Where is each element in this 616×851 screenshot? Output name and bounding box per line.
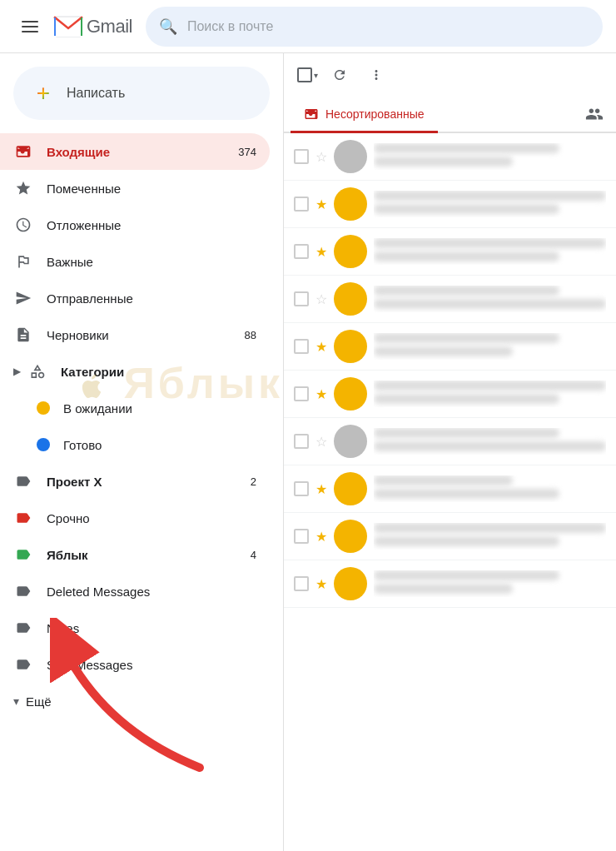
email-preview bbox=[374, 251, 559, 261]
sidebar-item-label: Важные bbox=[47, 255, 256, 269]
email-subject bbox=[374, 286, 559, 296]
sidebar-item-inbox[interactable]: Входящие 374 bbox=[0, 133, 270, 170]
email-subject bbox=[374, 191, 606, 201]
compose-label: Написать bbox=[67, 86, 125, 101]
avatar bbox=[334, 282, 367, 316]
email-item[interactable]: ☆ bbox=[284, 276, 616, 323]
search-bar[interactable]: 🔍 Поиск в почте bbox=[146, 7, 603, 47]
star-icon[interactable]: ☆ bbox=[315, 291, 327, 307]
sidebar-item-ready[interactable]: Готово bbox=[0, 426, 270, 463]
sidebar-item-drafts[interactable]: Черновики 88 bbox=[0, 316, 270, 353]
email-item[interactable]: ★ bbox=[284, 465, 616, 513]
category-icon bbox=[27, 361, 47, 381]
email-preview bbox=[374, 299, 606, 309]
collapse-icon: ▾ bbox=[13, 694, 19, 708]
search-input[interactable]: Поиск в почте bbox=[187, 19, 589, 34]
email-preview bbox=[374, 394, 559, 404]
sidebar-item-label: Черновики bbox=[47, 328, 245, 342]
sent-icon bbox=[13, 288, 33, 308]
avatar bbox=[334, 187, 367, 221]
email-subject bbox=[374, 381, 606, 391]
email-subject bbox=[374, 238, 606, 248]
email-item[interactable]: ★ bbox=[284, 513, 616, 560]
email-item[interactable]: ☆ bbox=[284, 133, 616, 181]
star-icon[interactable]: ☆ bbox=[315, 434, 327, 450]
inbox-badge: 374 bbox=[238, 146, 256, 158]
email-checkbox[interactable] bbox=[294, 529, 309, 544]
label-dot-yellow bbox=[37, 401, 50, 415]
star-icon[interactable]: ★ bbox=[315, 339, 327, 355]
email-body bbox=[374, 333, 606, 360]
sidebar-item-snoozed[interactable]: Отложенные bbox=[0, 207, 270, 243]
select-all-wrap[interactable]: ▾ bbox=[297, 67, 318, 82]
expand-icon: ▶ bbox=[13, 366, 21, 377]
email-item[interactable]: ★ bbox=[284, 371, 616, 418]
email-item[interactable]: ★ bbox=[284, 181, 616, 228]
sidebar-item-yablyk[interactable]: Яблык 4 bbox=[0, 536, 270, 573]
email-item[interactable]: ★ bbox=[284, 560, 616, 608]
sidebar-item-label: Категории bbox=[61, 365, 256, 379]
email-checkbox[interactable] bbox=[294, 197, 309, 212]
sidebar-item-label: Отправленные bbox=[47, 291, 256, 306]
email-checkbox[interactable] bbox=[294, 339, 309, 354]
star-icon[interactable]: ★ bbox=[315, 244, 327, 260]
star-icon[interactable]: ★ bbox=[315, 576, 327, 592]
sidebar-item-starred[interactable]: Помеченные bbox=[0, 170, 270, 207]
avatar bbox=[334, 235, 367, 268]
sidebar-item-label: Готово bbox=[63, 438, 256, 452]
sidebar-item-more[interactable]: ▾ Ещё bbox=[0, 683, 270, 719]
label-gray-notes-icon bbox=[13, 618, 33, 638]
email-subject bbox=[374, 333, 559, 343]
label-gray-icon bbox=[13, 471, 33, 491]
contacts-icon[interactable] bbox=[579, 99, 609, 129]
email-body bbox=[374, 475, 606, 502]
inbox-icon bbox=[13, 142, 33, 162]
menu-icon[interactable] bbox=[13, 10, 47, 43]
star-icon[interactable]: ☆ bbox=[315, 149, 327, 165]
email-preview bbox=[374, 584, 513, 594]
header: Gmail 🔍 Поиск в почте bbox=[0, 0, 616, 53]
gmail-logo-icon bbox=[53, 12, 83, 42]
avatar bbox=[334, 520, 367, 553]
drafts-badge: 88 bbox=[245, 329, 256, 341]
select-all-checkbox[interactable] bbox=[297, 67, 312, 82]
email-checkbox[interactable] bbox=[294, 386, 309, 401]
more-options-button[interactable] bbox=[361, 60, 391, 90]
star-icon[interactable]: ★ bbox=[315, 481, 327, 497]
email-body bbox=[374, 143, 606, 170]
email-item[interactable]: ★ bbox=[284, 323, 616, 371]
sidebar-item-sent-messages[interactable]: Sent Messages bbox=[0, 646, 270, 683]
refresh-button[interactable] bbox=[325, 60, 355, 90]
sidebar-item-label: Ещё bbox=[26, 694, 256, 709]
email-checkbox[interactable] bbox=[294, 434, 309, 449]
email-checkbox[interactable] bbox=[294, 291, 309, 306]
email-checkbox[interactable] bbox=[294, 244, 309, 259]
email-item[interactable]: ☆ bbox=[284, 418, 616, 465]
email-body bbox=[374, 381, 606, 407]
email-checkbox[interactable] bbox=[294, 576, 309, 591]
sidebar-item-urgent[interactable]: Срочно bbox=[0, 500, 270, 536]
email-subject bbox=[374, 523, 606, 533]
sidebar-item-label: Notes bbox=[47, 621, 256, 635]
email-subject bbox=[374, 570, 559, 580]
compose-plus-icon bbox=[30, 80, 57, 107]
label-dot-blue bbox=[37, 438, 50, 451]
sidebar-item-label: Яблык bbox=[47, 548, 251, 562]
sidebar-item-notes[interactable]: Notes bbox=[0, 610, 270, 646]
tab-unsorted[interactable]: Несортированные bbox=[291, 97, 438, 132]
email-checkbox[interactable] bbox=[294, 481, 309, 496]
sidebar-item-categories[interactable]: ▶ Категории bbox=[0, 353, 270, 390]
sidebar-item-deleted[interactable]: Deleted Messages bbox=[0, 573, 270, 610]
star-icon[interactable]: ★ bbox=[315, 386, 327, 402]
sidebar-item-sent[interactable]: Отправленные bbox=[0, 280, 270, 316]
email-item[interactable]: ★ bbox=[284, 228, 616, 276]
compose-button[interactable]: Написать bbox=[13, 67, 270, 120]
email-body bbox=[374, 523, 606, 550]
select-dropdown-icon[interactable]: ▾ bbox=[314, 71, 318, 80]
sidebar-item-pending[interactable]: В ожидании bbox=[0, 390, 270, 426]
star-icon[interactable]: ★ bbox=[315, 529, 327, 545]
sidebar-item-projectx[interactable]: Проект Х 2 bbox=[0, 463, 270, 500]
star-icon[interactable]: ★ bbox=[315, 197, 327, 212]
email-checkbox[interactable] bbox=[294, 149, 309, 164]
sidebar-item-important[interactable]: Важные bbox=[0, 243, 270, 280]
